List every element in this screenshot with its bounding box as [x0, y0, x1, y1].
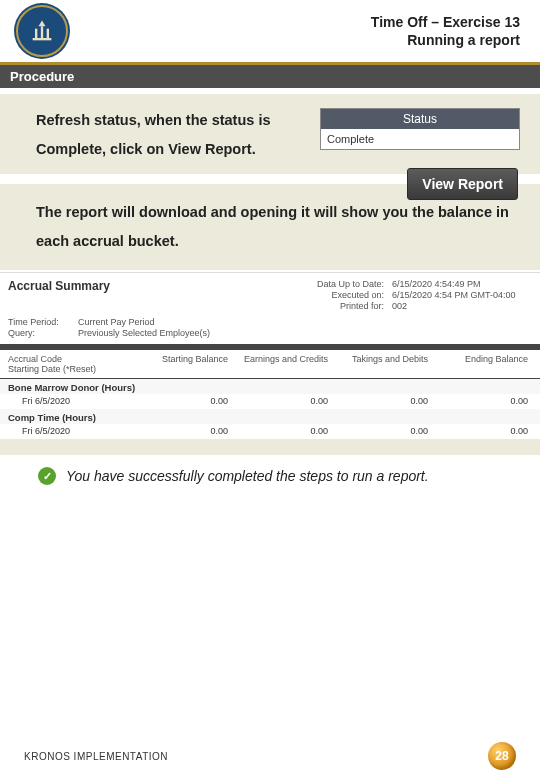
cell-take: 0.00: [328, 396, 428, 406]
success-text: You have successfully completed the step…: [66, 468, 429, 484]
cell-date: Fri 6/5/2020: [8, 426, 138, 436]
col-header: Earnings and Credits: [228, 354, 328, 374]
svg-rect-2: [41, 26, 43, 38]
svg-rect-0: [33, 38, 52, 40]
meta-label: Data Up to Date:: [304, 279, 384, 289]
note-text: The report will download and opening it …: [36, 198, 522, 256]
meta-value: 6/15/2020 4:54 PM GMT-04:00: [392, 290, 532, 300]
status-header: Status: [321, 109, 519, 129]
cell-date: Fri 6/5/2020: [8, 396, 138, 406]
procedure-heading: Procedure: [0, 65, 540, 88]
col-header: Accrual Code Starting Date (*Reset): [8, 354, 138, 374]
table-row: Fri 6/5/2020 0.00 0.00 0.00 0.00: [0, 424, 540, 439]
cell-take: 0.00: [328, 426, 428, 436]
report-meta: Data Up to Date: 6/15/2020 4:54:49 PM Ex…: [304, 279, 532, 311]
footer-text: KRONOS IMPLEMENTATION: [24, 751, 168, 762]
cell-start: 0.00: [138, 396, 228, 406]
status-value: Complete: [321, 129, 519, 149]
svg-rect-1: [35, 29, 37, 38]
meta-value: 002: [392, 301, 532, 311]
table-row-group: Bone Marrow Donor (Hours): [0, 379, 540, 394]
page-title: Time Off – Exercise 13 Running a report: [371, 13, 520, 49]
page-header: Time Off – Exercise 13 Running a report: [0, 0, 540, 62]
cell-start: 0.00: [138, 426, 228, 436]
table-row-group: Comp Time (Hours): [0, 409, 540, 424]
col-header: Starting Balance: [138, 354, 228, 374]
success-note: ✓ You have successfully completed the st…: [0, 455, 540, 485]
cell-end: 0.00: [428, 426, 528, 436]
title-line-1: Time Off – Exercise 13: [371, 13, 520, 31]
page-number-badge: 28: [488, 742, 516, 770]
param-label: Time Period:: [8, 317, 78, 327]
page-footer: KRONOS IMPLEMENTATION 28: [0, 742, 540, 770]
table-row: Fri 6/5/2020 0.00 0.00 0.00 0.00: [0, 394, 540, 409]
meta-label: Printed for:: [304, 301, 384, 311]
state-seal-icon: [16, 5, 68, 57]
param-label: Query:: [8, 328, 78, 338]
status-panel: Status Complete: [320, 108, 520, 150]
report-column-headers: Accrual Code Starting Date (*Reset) Star…: [0, 350, 540, 378]
svg-rect-3: [47, 29, 49, 38]
svg-marker-4: [39, 21, 46, 27]
report-title: Accrual Summary: [8, 279, 208, 311]
param-value: Previously Selected Employee(s): [78, 328, 532, 338]
meta-value: 6/15/2020 4:54:49 PM: [392, 279, 532, 289]
col-header: Takings and Debits: [328, 354, 428, 374]
divider-beige: [0, 439, 540, 455]
title-line-2: Running a report: [371, 31, 520, 49]
check-icon: ✓: [38, 467, 56, 485]
step-text: Refresh status, when the status is Compl…: [36, 106, 296, 164]
meta-label: Executed on:: [304, 290, 384, 300]
cell-end: 0.00: [428, 396, 528, 406]
report-params: Time Period: Current Pay Period Query: P…: [0, 313, 540, 344]
view-report-button[interactable]: View Report: [407, 168, 518, 200]
cell-earn: 0.00: [228, 426, 328, 436]
cell-earn: 0.00: [228, 396, 328, 406]
param-value: Current Pay Period: [78, 317, 532, 327]
report-snapshot: Accrual Summary Data Up to Date: 6/15/20…: [0, 272, 540, 439]
col-header: Ending Balance: [428, 354, 528, 374]
